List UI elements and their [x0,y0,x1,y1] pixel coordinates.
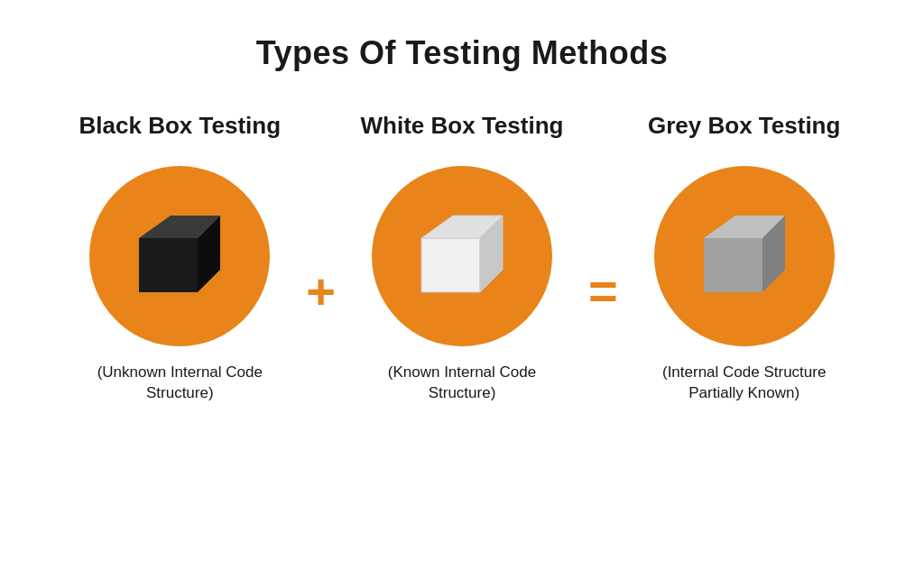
white-box-item: White Box Testing (Known Internal Code S… [345,97,579,413]
black-box-title-line1: Black Box [79,112,193,140]
grey-cube-icon [686,198,803,315]
white-box-circle [372,166,552,346]
black-cube-icon [121,198,238,315]
grey-box-item: Grey Box Testing (Internal Code Structur… [627,97,862,413]
svg-marker-3 [421,238,480,292]
grey-box-title: Grey Box Testing [648,97,840,155]
white-box-subtitle: (Known Internal Code Structure) [345,363,579,413]
grey-box-title-line2: Testing [759,112,841,140]
black-box-title-line2: Testing [199,112,282,140]
svg-marker-6 [704,238,762,292]
diagram-container: Black Box Testing (Unknown Internal Code… [0,97,924,413]
grey-box-subtitle: (Internal Code Structure Partially Known… [627,363,862,413]
page-title: Types Of Testing Methods [256,34,669,72]
white-cube-icon [403,198,521,315]
black-box-circle [89,166,270,346]
black-box-subtitle: (Unknown Internal Code Structure) [62,363,297,413]
plus-operator: + [306,266,336,317]
white-box-title: White Box Testing [361,97,564,155]
white-box-title-line1: White Box [361,112,476,140]
black-box-title: Black Box Testing [79,97,282,155]
svg-marker-0 [139,238,198,292]
grey-box-title-line1: Grey Box [648,112,753,140]
equals-operator: = [588,266,618,317]
white-box-title-line2: Testing [482,112,564,140]
black-box-item: Black Box Testing (Unknown Internal Code… [62,97,297,413]
grey-box-circle [654,166,835,346]
